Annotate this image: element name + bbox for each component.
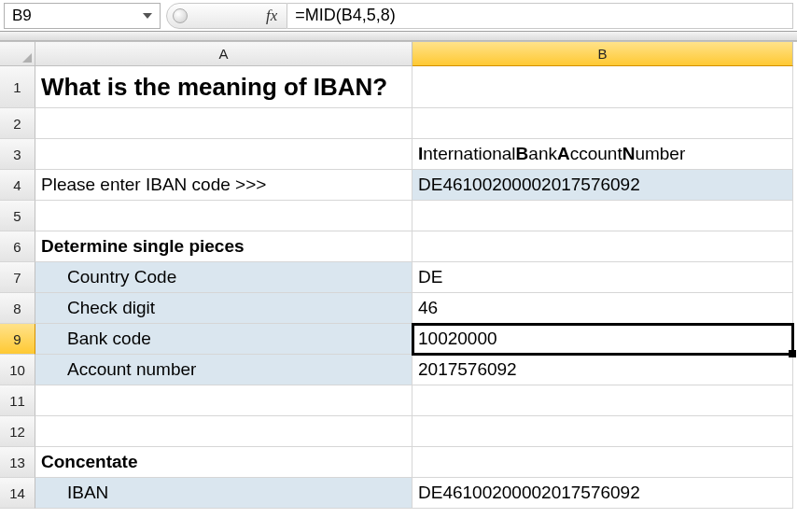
row-header[interactable]: 10 [0, 355, 35, 385]
formula-zone: fx =MID(B4,5,8) [166, 3, 793, 29]
row-header[interactable]: 2 [0, 108, 35, 139]
fx-icon[interactable]: fx [266, 7, 277, 25]
row-header[interactable]: 1 [0, 66, 35, 108]
formula-text: =MID(B4,5,8) [295, 6, 396, 25]
row-header[interactable]: 7 [0, 262, 35, 293]
cell-a11[interactable] [35, 385, 412, 416]
cell-a3[interactable] [35, 139, 412, 170]
cell-a9[interactable]: Bank code [35, 324, 412, 355]
cell-b9[interactable]: 10020000 [412, 324, 793, 355]
select-all-corner[interactable] [0, 42, 35, 66]
cell-b1[interactable] [412, 66, 793, 108]
cell-b13[interactable] [412, 447, 793, 478]
cell-a1[interactable]: What is the meaning of IBAN? [35, 66, 412, 108]
cell-a4[interactable]: Please enter IBAN code >>> [35, 170, 412, 201]
cell-b7[interactable]: DE [412, 262, 793, 293]
row-header[interactable]: 13 [0, 447, 35, 478]
row-header[interactable]: 6 [0, 231, 35, 262]
cell-b2[interactable] [412, 108, 793, 139]
name-box-value: B9 [12, 7, 32, 25]
cell-a7[interactable]: Country Code [35, 262, 412, 293]
cell-b5[interactable] [412, 201, 793, 231]
cell-a5[interactable] [35, 201, 412, 231]
row-header[interactable]: 3 [0, 139, 35, 170]
circle-tool-icon[interactable] [173, 8, 188, 23]
cell-a10[interactable]: Account number [35, 355, 412, 385]
col-header-b[interactable]: B [412, 42, 793, 66]
cell-b6[interactable] [412, 231, 793, 262]
cell-b11[interactable] [412, 385, 793, 416]
name-box[interactable]: B9 [4, 3, 161, 29]
cell-b12[interactable] [412, 416, 793, 447]
formula-input[interactable]: =MID(B4,5,8) [287, 3, 793, 29]
row-header[interactable]: 9 [0, 324, 35, 355]
spreadsheet-grid[interactable]: A B 1 What is the meaning of IBAN? 2 3 I… [0, 41, 797, 509]
col-header-a[interactable]: A [35, 42, 412, 66]
formula-buttons: fx [166, 3, 287, 29]
chevron-down-icon[interactable] [143, 13, 152, 19]
row-header[interactable]: 5 [0, 201, 35, 231]
cell-b3[interactable]: International Bank Account Number [412, 139, 793, 170]
cell-b4[interactable]: DE46100200002017576092 [412, 170, 793, 201]
cell-a14[interactable]: IBAN [35, 478, 412, 509]
cell-b14[interactable]: DE46100200002017576092 [412, 478, 793, 509]
cell-a12[interactable] [35, 416, 412, 447]
row-header[interactable]: 8 [0, 293, 35, 324]
row-header[interactable]: 4 [0, 170, 35, 201]
cell-a8[interactable]: Check digit [35, 293, 412, 324]
cell-b8[interactable]: 46 [412, 293, 793, 324]
row-header[interactable]: 11 [0, 385, 35, 416]
row-header[interactable]: 12 [0, 416, 35, 447]
divider-bar [0, 32, 797, 41]
cell-a6[interactable]: Determine single pieces [35, 231, 412, 262]
cell-a13[interactable]: Concentate [35, 447, 412, 478]
cell-a2[interactable] [35, 108, 412, 139]
formula-bar: B9 fx =MID(B4,5,8) [0, 0, 797, 32]
row-header[interactable]: 14 [0, 478, 35, 509]
cell-b10[interactable]: 2017576092 [412, 355, 793, 385]
